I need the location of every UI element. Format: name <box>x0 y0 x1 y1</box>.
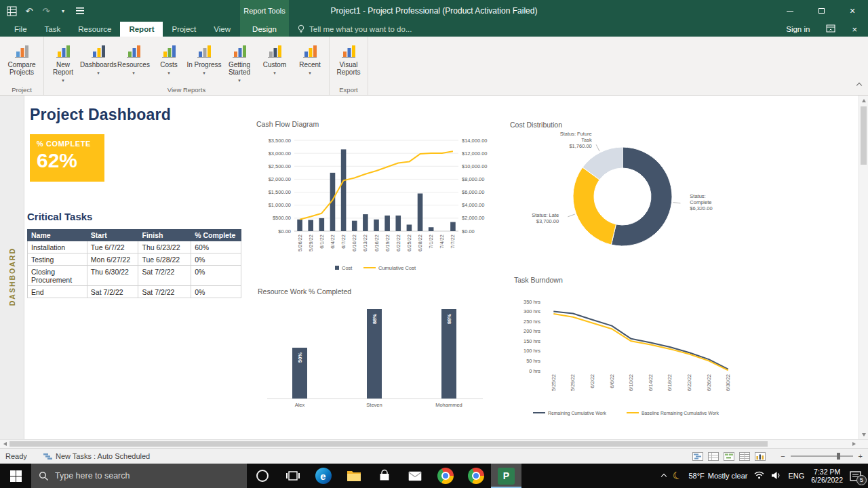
report-view-icon[interactable] <box>754 451 766 462</box>
weather-widget[interactable]: 58°F Mostly clear <box>688 472 747 480</box>
scroll-left-icon[interactable] <box>0 440 9 448</box>
ribbon-button-recent[interactable]: Recent▾ <box>292 39 328 81</box>
show-hidden-icons[interactable] <box>662 472 666 480</box>
tell-me-box[interactable]: Tell me what you want to do... <box>297 22 412 37</box>
svg-text:$3,700.00: $3,700.00 <box>536 218 559 224</box>
collapse-ribbon-icon[interactable] <box>857 80 861 89</box>
taskbar-app-file-explorer[interactable] <box>338 464 369 488</box>
tasks-col-finish: Finish <box>138 230 191 241</box>
vertical-scroll-thumb[interactable] <box>861 106 867 165</box>
dropdown-arrow-icon: ▾ <box>238 77 241 84</box>
resource-sheet-view-icon[interactable] <box>738 451 751 462</box>
percent-complete-card[interactable]: % COMPLETE 62% <box>30 134 104 182</box>
task-burndown-chart[interactable]: Task Burndown 0 hrs50 hrs100 hrs150 hrs2… <box>513 276 751 420</box>
zoom-control: − + <box>781 452 863 460</box>
redo-icon[interactable]: ↷ <box>41 5 51 16</box>
minimize-button[interactable] <box>774 0 806 22</box>
dashboards-icon <box>90 41 106 59</box>
svg-text:6/14/22: 6/14/22 <box>648 374 654 391</box>
ribbon-button-costs[interactable]: Costs▾ <box>151 39 186 81</box>
svg-text:6/22/22: 6/22/22 <box>686 374 692 391</box>
customize-quick-access-icon[interactable] <box>75 5 85 16</box>
table-cell: Thu 6/30/22 <box>87 266 138 286</box>
close-button[interactable]: × <box>837 0 868 22</box>
network-icon[interactable] <box>754 471 764 481</box>
vertical-scrollbar[interactable] <box>859 96 868 439</box>
ribbon-button-label: Getting Started <box>222 61 257 76</box>
task-usage-view-icon[interactable] <box>707 451 719 462</box>
new-tasks-mode[interactable]: New Tasks : Auto Scheduled <box>43 452 150 460</box>
svg-text:Task: Task <box>581 137 592 143</box>
cash-flow-chart[interactable]: Cash Flow Diagram $0.00$0.00$500.00$2,00… <box>255 120 498 275</box>
ribbon-group-view-reports: New Report▾Dashboards▾Resources▾Costs▾In… <box>44 37 330 95</box>
taskbar-app-cortana[interactable] <box>247 464 277 488</box>
ribbon-button-visual-reports[interactable]: Visual Reports <box>331 39 366 81</box>
critical-tasks-heading: Critical Tasks <box>27 211 92 222</box>
gantt-chart-view-icon[interactable] <box>692 451 704 462</box>
ribbon-button-resources[interactable]: Resources▾ <box>116 39 151 81</box>
taskbar-app-project[interactable] <box>491 464 521 488</box>
zoom-slider-thumb[interactable] <box>837 453 840 460</box>
ribbon-button-custom[interactable]: Custom▾ <box>257 39 292 81</box>
close-ribbon-icon[interactable]: × <box>852 24 857 35</box>
ribbon-button-dashboards[interactable]: Dashboards▾ <box>81 39 116 81</box>
taskbar-app-store[interactable] <box>369 464 399 488</box>
action-center[interactable]: 5 <box>850 471 861 481</box>
tab-view[interactable]: View <box>205 22 239 37</box>
start-button[interactable] <box>0 464 31 488</box>
taskbar-app-task-view[interactable] <box>277 464 308 488</box>
taskbar-app-chrome[interactable] <box>430 464 460 488</box>
ribbon-button-new-report[interactable]: New Report▾ <box>45 39 81 84</box>
app-icon[interactable] <box>7 5 17 16</box>
tab-resource[interactable]: Resource <box>69 22 120 37</box>
scroll-up-icon[interactable] <box>859 96 868 105</box>
table-cell: Sat 7/2/22 <box>138 286 191 298</box>
sign-in-link[interactable]: Sign in <box>786 25 810 33</box>
svg-text:$2,000.00: $2,000.00 <box>269 176 291 182</box>
ribbon-button-in-progress[interactable]: In Progress▾ <box>186 39 222 81</box>
taskbar-clock[interactable]: 7:32 PM 6/26/2022 <box>811 468 843 485</box>
critical-tasks-table[interactable]: NameStartFinish% Complete InstallationTu… <box>27 229 241 298</box>
svg-text:6/28/22: 6/28/22 <box>417 235 423 251</box>
chrome-icon <box>468 468 484 484</box>
taskbar-app-chrome-2[interactable] <box>460 464 491 488</box>
team-planner-view-icon[interactable] <box>723 451 735 462</box>
svg-text:$500.00: $500.00 <box>273 215 291 221</box>
scroll-down-icon[interactable] <box>859 430 868 439</box>
horizontal-scrollbar[interactable] <box>0 439 868 448</box>
restore-button[interactable] <box>806 0 837 22</box>
svg-text:Remaining Cumulative Work: Remaining Cumulative Work <box>548 411 607 416</box>
svg-text:6/19/22: 6/19/22 <box>384 235 391 251</box>
ribbon-button-compare-projects[interactable]: Compare Projects <box>1 39 42 81</box>
view-strip-label: DASHBOARD <box>8 247 16 306</box>
horizontal-scroll-thumb[interactable] <box>9 441 768 447</box>
svg-text:6/1/22: 6/1/22 <box>319 235 325 249</box>
volume-icon[interactable] <box>771 471 781 481</box>
ribbon-display-options-icon[interactable] <box>826 24 835 34</box>
ribbon-button-getting-started[interactable]: Getting Started▾ <box>222 39 257 84</box>
tab-row-right: Sign in × <box>786 22 868 37</box>
svg-text:5/29/22: 5/29/22 <box>308 235 314 251</box>
zoom-out-icon[interactable]: − <box>781 452 785 460</box>
tab-project[interactable]: Project <box>163 22 205 37</box>
language-indicator[interactable]: ENG <box>788 472 804 480</box>
chevron-down-icon[interactable]: ▾ <box>58 5 68 16</box>
search-input[interactable] <box>55 471 239 481</box>
tab-report[interactable]: Report <box>120 22 163 37</box>
ribbon-group-export: Visual ReportsExport <box>330 37 368 95</box>
undo-icon[interactable]: ↶ <box>24 5 34 16</box>
taskbar-app-mail[interactable] <box>399 464 430 488</box>
svg-text:Steven: Steven <box>366 402 382 408</box>
taskbar-search[interactable] <box>31 464 247 488</box>
resource-work-chart[interactable]: Resource Work % Completed 50%Alex88%Stev… <box>256 287 491 425</box>
tab-design[interactable]: Design <box>240 22 289 37</box>
table-row: Closing ProcurementThu 6/30/22Sat 7/2/22… <box>28 266 241 286</box>
ribbon-tab-row: FileTaskResourceReportProjectView Design… <box>0 22 868 37</box>
scroll-right-icon[interactable] <box>849 440 859 448</box>
tab-file[interactable]: File <box>5 22 36 37</box>
zoom-slider[interactable] <box>791 455 853 457</box>
tab-task[interactable]: Task <box>36 22 70 37</box>
cost-distribution-chart[interactable]: Cost Distribution Status:Complete$6,320.… <box>509 121 723 265</box>
taskbar-app-edge[interactable] <box>308 464 338 488</box>
zoom-in-icon[interactable]: + <box>859 452 863 460</box>
